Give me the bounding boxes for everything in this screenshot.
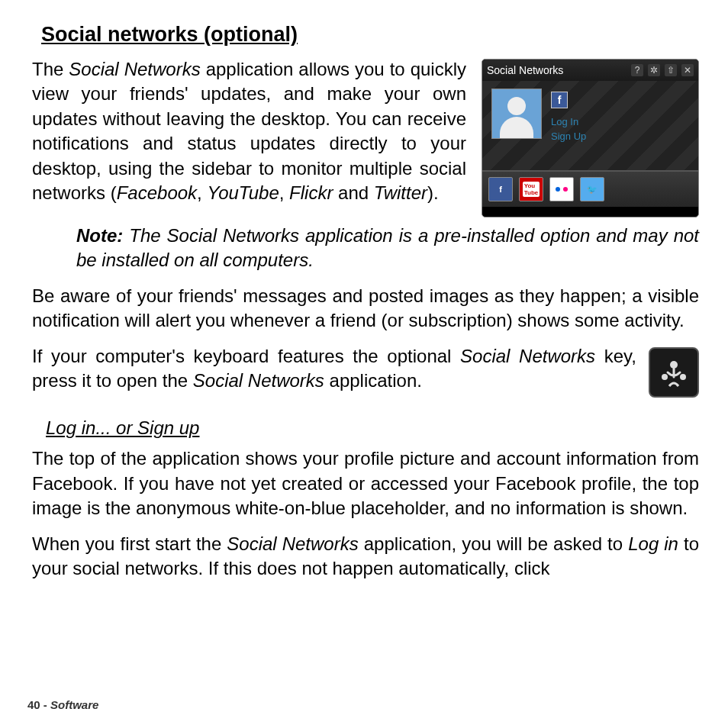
social-networks-key-icon xyxy=(649,347,699,398)
paragraph-3: If your computer's keyboard features the… xyxy=(32,344,699,394)
note-label: Note: xyxy=(76,225,123,246)
gear-icon[interactable]: ✲ xyxy=(648,64,660,76)
up-arrow-icon[interactable]: ⇧ xyxy=(665,64,677,76)
svg-point-1 xyxy=(662,374,668,380)
note-body: The Social Networks application is a pre… xyxy=(76,225,699,270)
note-block: Note: The Social Networks application is… xyxy=(76,224,699,273)
flickr-icon[interactable] xyxy=(549,177,574,201)
widget-body: f Log In Sign Up xyxy=(482,81,698,171)
paragraph-5: When you first start the Social Networks… xyxy=(32,532,699,581)
facebook-icon[interactable]: f xyxy=(488,177,513,201)
widget-title: Social Networks xyxy=(487,64,627,76)
close-icon[interactable]: ✕ xyxy=(681,64,694,76)
twitter-icon[interactable]: 🐦 xyxy=(580,177,604,201)
svg-point-2 xyxy=(680,374,686,380)
footer-section: Software xyxy=(50,698,98,711)
login-link[interactable]: Log In xyxy=(551,116,586,127)
page-number: 40 xyxy=(27,698,40,711)
footer-separator: - xyxy=(40,698,50,711)
paragraph-4: The top of the application shows your pr… xyxy=(32,446,699,520)
subsection-title: Log in... or Sign up xyxy=(46,417,699,439)
widget-links: f Log In Sign Up xyxy=(551,92,586,142)
widget-titlebar: Social Networks ? ✲ ⇧ ✕ xyxy=(482,60,698,81)
youtube-icon[interactable]: YouTube xyxy=(519,177,543,201)
widget-footer: f YouTube 🐦 xyxy=(482,171,698,207)
facebook-badge-icon: f xyxy=(551,92,568,108)
help-icon[interactable]: ? xyxy=(631,64,643,76)
avatar-placeholder-icon xyxy=(491,89,542,139)
social-networks-widget: Social Networks ? ✲ ⇧ ✕ f Log In Sign Up… xyxy=(482,59,699,217)
signup-link[interactable]: Sign Up xyxy=(551,130,586,142)
section-title: Social networks (optional) xyxy=(41,23,699,47)
page-footer: 40 - Software xyxy=(27,698,98,711)
paragraph-2: Be aware of your friends' messages and p… xyxy=(32,284,699,333)
